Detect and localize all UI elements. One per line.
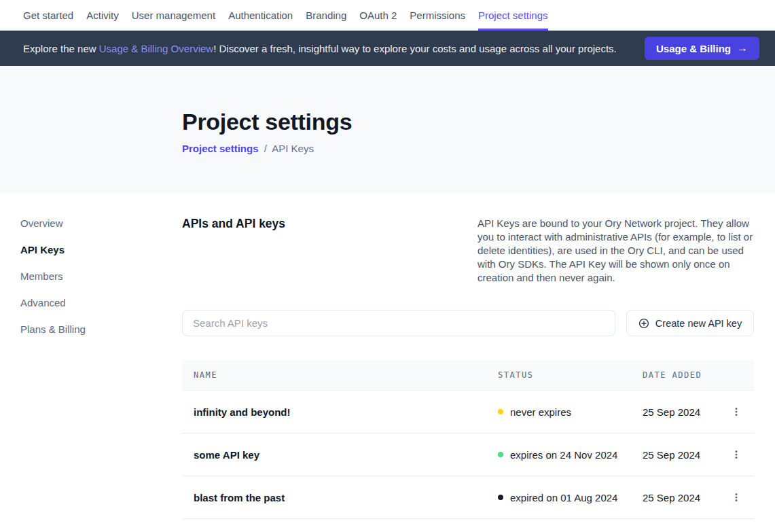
table-header-row: NAME STATUS DATE ADDED — [182, 360, 754, 391]
table-row: blast from the past expired on 01 Aug 20… — [182, 476, 754, 519]
banner-text-after: ! Discover a fresh, insightful way to ex… — [213, 43, 617, 54]
banner-message: Explore the new Usage & Billing Overview… — [23, 43, 617, 54]
breadcrumb-project-settings-link[interactable]: Project settings — [182, 143, 259, 154]
kebab-menu-icon[interactable] — [728, 446, 744, 463]
status-text: never expires — [510, 406, 571, 418]
breadcrumb: Project settings / API Keys — [182, 143, 775, 154]
settings-sidebar: Overview API Keys Members Advanced Plans… — [0, 194, 182, 519]
api-key-status: expired on 01 Aug 2024 — [498, 492, 643, 503]
status-text: expires on 24 Nov 2024 — [510, 449, 617, 461]
column-header-name: NAME — [194, 370, 498, 380]
api-key-date-added: 25 Sep 2024 — [643, 406, 724, 418]
api-keys-panel: APIs and API keys API Keys are bound to … — [182, 194, 754, 519]
content: Overview API Keys Members Advanced Plans… — [0, 194, 775, 519]
status-dot-icon — [498, 452, 503, 457]
usage-billing-overview-link[interactable]: Usage & Billing Overview — [99, 43, 213, 54]
api-key-status: never expires — [498, 406, 643, 418]
nav-tab-get-started[interactable]: Get started — [23, 0, 73, 31]
page-title: Project settings — [182, 109, 775, 135]
table-row: some API key expires on 24 Nov 2024 25 S… — [182, 433, 754, 476]
row-actions — [724, 404, 744, 420]
usage-billing-button-label: Usage & Billing — [656, 43, 731, 54]
column-header-date-added: DATE ADDED — [643, 370, 724, 380]
api-key-date-added: 25 Sep 2024 — [643, 492, 724, 503]
nav-tab-activity[interactable]: Activity — [86, 0, 119, 31]
kebab-menu-icon[interactable] — [728, 489, 744, 506]
search-api-keys-input[interactable] — [182, 310, 615, 336]
nav-tab-permissions[interactable]: Permissions — [410, 0, 465, 31]
api-key-name: some API key — [194, 449, 498, 461]
row-actions — [724, 446, 744, 463]
create-api-key-label: Create new API key — [655, 318, 742, 329]
breadcrumb-current: API Keys — [272, 143, 314, 154]
status-dot-icon — [498, 495, 503, 500]
sidebar-item-members[interactable]: Members — [20, 270, 182, 283]
banner-text-before: Explore the new — [23, 43, 99, 54]
table-row: infinity and beyond! never expires 25 Se… — [182, 391, 754, 433]
nav-tab-authentication[interactable]: Authentication — [228, 0, 293, 31]
api-keys-table: NAME STATUS DATE ADDED infinity and beyo… — [182, 360, 754, 519]
api-keys-description: API Keys are bound to your Ory Network p… — [477, 217, 754, 285]
row-actions — [724, 489, 744, 506]
sidebar-item-plans-billing[interactable]: Plans & Billing — [20, 323, 182, 336]
actions-row: Create new API key — [182, 310, 754, 336]
sidebar-item-api-keys[interactable]: API Keys — [20, 243, 182, 257]
top-navigation: Get started Activity User management Aut… — [0, 0, 775, 31]
nav-tab-user-management[interactable]: User management — [132, 0, 215, 31]
sidebar-item-overview[interactable]: Overview — [20, 217, 182, 230]
api-key-status: expires on 24 Nov 2024 — [498, 449, 643, 461]
status-text: expired on 01 Aug 2024 — [510, 492, 617, 503]
plus-circle-icon — [638, 318, 649, 329]
nav-tab-branding[interactable]: Branding — [306, 0, 346, 31]
column-header-status: STATUS — [498, 370, 643, 380]
usage-billing-banner: Explore the new Usage & Billing Overview… — [0, 31, 775, 66]
create-api-key-button[interactable]: Create new API key — [626, 310, 754, 336]
nav-tab-oauth2[interactable]: OAuth 2 — [359, 0, 397, 31]
kebab-menu-icon[interactable] — [728, 404, 744, 420]
page-header: Project settings Project settings / API … — [0, 66, 775, 194]
api-key-date-added: 25 Sep 2024 — [643, 449, 724, 461]
section-title: APIs and API keys — [182, 217, 285, 285]
api-key-name: blast from the past — [194, 492, 498, 503]
arrow-right-icon: → — [737, 42, 748, 54]
usage-billing-button[interactable]: Usage & Billing → — [645, 37, 759, 60]
sidebar-item-advanced[interactable]: Advanced — [20, 296, 182, 310]
nav-tab-project-settings[interactable]: Project settings — [478, 0, 548, 31]
section-head: APIs and API keys API Keys are bound to … — [182, 217, 754, 285]
api-key-name: infinity and beyond! — [194, 406, 498, 418]
breadcrumb-separator: / — [264, 143, 267, 154]
status-dot-icon — [498, 409, 503, 414]
